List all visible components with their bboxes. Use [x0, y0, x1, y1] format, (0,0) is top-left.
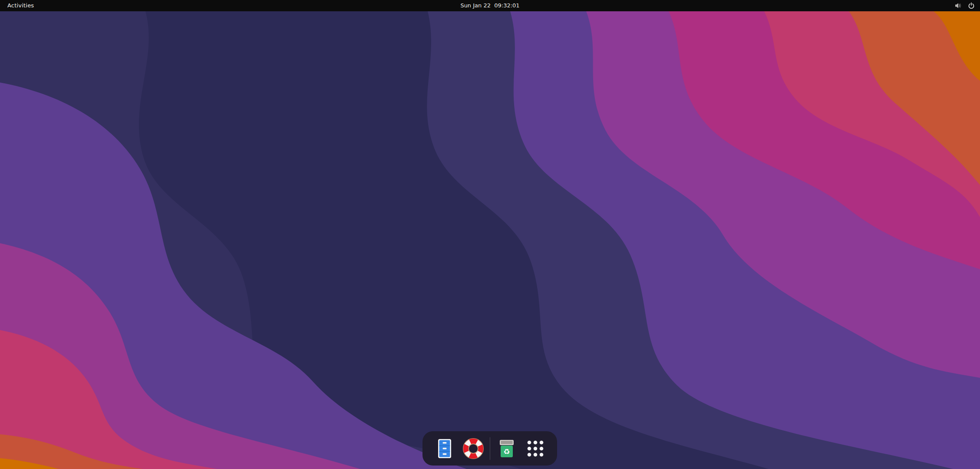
- system-status-area[interactable]: [954, 0, 975, 11]
- dock-item-trash[interactable]: ♻: [495, 436, 519, 461]
- dock-item-help[interactable]: [461, 436, 485, 461]
- power-icon[interactable]: [968, 2, 975, 9]
- dash-dock: ♻: [422, 431, 557, 466]
- recycle-glyph: ♻: [503, 447, 510, 456]
- desktop-wallpaper: [0, 11, 980, 469]
- dock-item-files[interactable]: [432, 436, 457, 461]
- dock-item-show-applications[interactable]: [523, 436, 548, 461]
- clock-button[interactable]: Sun Jan 22 09:32:01: [460, 0, 519, 11]
- top-bar: Activities Sun Jan 22 09:32:01: [0, 0, 980, 11]
- files-icon: [434, 438, 455, 459]
- trash-icon: ♻: [496, 438, 518, 459]
- help-lifebuoy-icon: [462, 437, 485, 460]
- activities-button[interactable]: Activities: [7, 0, 34, 11]
- show-applications-grid-icon: [525, 438, 546, 459]
- volume-icon[interactable]: [954, 2, 962, 9]
- dock-separator: [490, 437, 490, 460]
